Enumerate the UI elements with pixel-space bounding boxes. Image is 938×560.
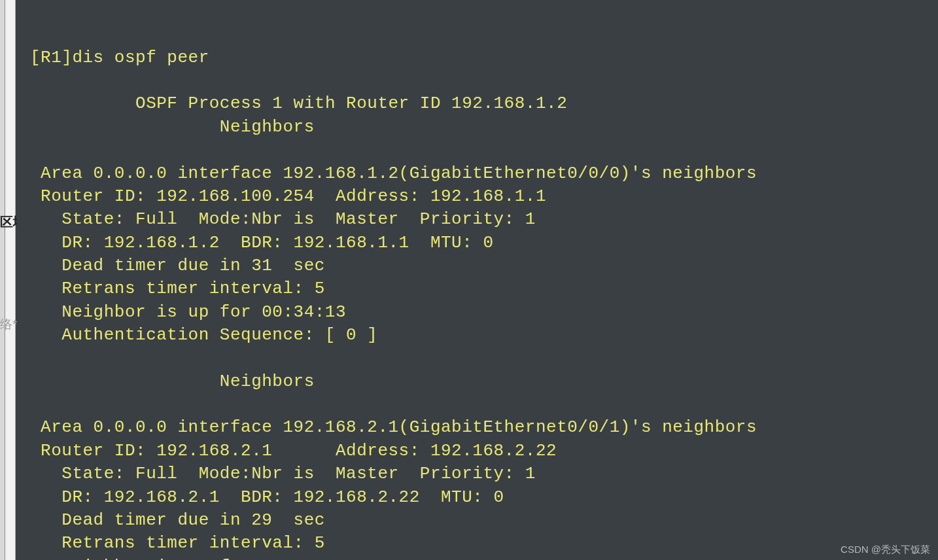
neighbor-dead-timer: Dead timer due in 29 sec <box>30 510 325 530</box>
watermark-label: CSDN @秃头下饭菜 <box>841 543 930 556</box>
neighbor-dead-timer: Dead timer due in 31 sec <box>30 256 325 275</box>
neighbor-router-id: Router ID: 192.168.100.254 Address: 192.… <box>30 186 567 206</box>
neighbor-dr-bdr: DR: 192.168.2.1 BDR: 192.168.2.22 MTU: 0 <box>30 487 546 507</box>
neighbor-retrans: Retrans timer interval: 5 <box>30 533 336 553</box>
neighbor-area-line: Area 0.0.0.0 interface 192.168.2.1(Gigab… <box>30 417 757 437</box>
neighbor-retrans: Retrans timer interval: 5 <box>30 279 336 298</box>
neighbor-state: State: Full Mode:Nbr is Master Priority:… <box>30 464 536 483</box>
neighbor-auth-seq: Authentication Sequence: [ 0 ] <box>30 325 389 345</box>
neighbor-router-id: Router ID: 192.168.2.1 Address: 192.168.… <box>30 441 588 461</box>
neighbor-uptime: Neighbor is up for 00:34:13 <box>30 302 399 322</box>
neighbors-heading: Neighbors <box>30 117 325 137</box>
cli-command: [R1]dis ospf peer <box>30 48 209 67</box>
neighbor-uptime: Neighbor is up for 00:11:44 <box>30 557 399 560</box>
ospf-process-header: OSPF Process 1 with Router ID 192.168.1.… <box>30 94 567 113</box>
window-inner-edge <box>5 0 16 560</box>
window-outer-edge <box>0 0 5 560</box>
terminal-output[interactable]: [R1]dis ospf peer OSPF Process 1 with Ro… <box>17 0 933 560</box>
neighbor-dr-bdr: DR: 192.168.1.2 BDR: 192.168.1.1 MTU: 0 <box>30 233 536 253</box>
neighbors-heading: Neighbors <box>30 372 325 391</box>
neighbor-state: State: Full Mode:Nbr is Master Priority:… <box>30 209 536 229</box>
neighbor-area-line: Area 0.0.0.0 interface 192.168.1.2(Gigab… <box>30 164 757 183</box>
